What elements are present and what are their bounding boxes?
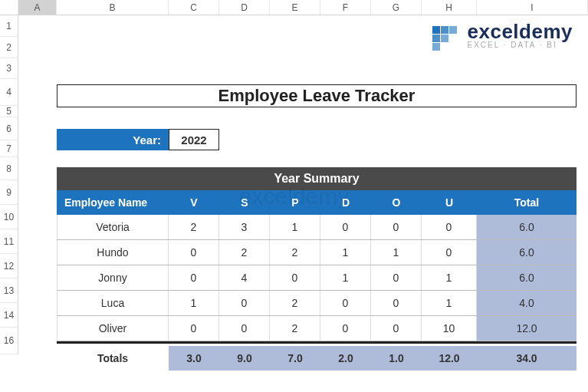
col-F[interactable]: F (320, 0, 371, 15)
col-A[interactable]: A (18, 0, 57, 15)
row-9[interactable]: 9 (0, 180, 18, 205)
p-cell[interactable]: 0 (270, 265, 320, 290)
o-cell[interactable]: 0 (371, 265, 422, 290)
row-12[interactable]: 12 (0, 254, 18, 278)
d-cell[interactable]: 0 (320, 316, 371, 341)
s-cell[interactable]: 4 (219, 265, 270, 290)
d-cell[interactable]: 0 (320, 215, 371, 239)
v-cell[interactable]: 0 (169, 265, 219, 290)
table-row: Oliver002001012.0 (57, 316, 577, 341)
row-headers: 123456789101112131416 (0, 15, 18, 354)
header-v: V (169, 190, 219, 215)
col-C[interactable]: C (169, 0, 219, 15)
row-6[interactable]: 6 (0, 117, 18, 140)
p-cell[interactable]: 2 (270, 291, 320, 315)
total-cell[interactable]: 6.0 (477, 215, 577, 239)
totals-v[interactable]: 3.0 (169, 346, 219, 371)
year-summary-table: Year Summary Employee Name V S P D O U T… (57, 167, 577, 371)
row-3[interactable]: 3 (0, 58, 18, 79)
logo-subtitle: EXCEL · DATA · BI (468, 41, 573, 49)
v-cell[interactable]: 0 (169, 240, 219, 265)
table-row: Vetoria2310006.0 (57, 215, 577, 240)
s-cell[interactable]: 2 (219, 240, 270, 265)
col-H[interactable]: H (422, 0, 477, 15)
v-cell[interactable]: 0 (169, 316, 219, 341)
svg-rect-2 (449, 26, 457, 34)
s-cell[interactable]: 3 (219, 215, 270, 239)
select-all-cell[interactable] (0, 0, 18, 15)
p-cell[interactable]: 2 (270, 240, 320, 265)
row-5[interactable]: 5 (0, 106, 18, 117)
year-label: Year: (57, 129, 169, 150)
totals-o[interactable]: 1.0 (371, 346, 422, 371)
total-cell[interactable]: 4.0 (477, 291, 577, 315)
row-1[interactable]: 1 (0, 15, 18, 37)
col-I[interactable]: I (477, 0, 588, 15)
table-row: Jonny0401016.0 (57, 265, 577, 291)
brand-logo: exceldemy EXCEL · DATA · BI (432, 20, 573, 51)
col-E[interactable]: E (270, 0, 320, 15)
employee-name-cell[interactable]: Hundo (57, 240, 169, 265)
o-cell[interactable]: 0 (371, 316, 422, 341)
total-cell[interactable]: 6.0 (477, 265, 577, 290)
employee-name-cell[interactable]: Oliver (57, 316, 169, 341)
totals-u[interactable]: 12.0 (422, 346, 477, 371)
d-cell[interactable]: 0 (320, 291, 371, 315)
header-employee-name: Employee Name (57, 190, 169, 215)
employee-name-cell[interactable]: Luca (57, 291, 169, 315)
col-B[interactable]: B (57, 0, 169, 15)
totals-d[interactable]: 2.0 (320, 346, 371, 371)
header-u: U (422, 190, 477, 215)
logo-mark-icon (432, 20, 463, 51)
d-cell[interactable]: 1 (320, 240, 371, 265)
p-cell[interactable]: 2 (270, 316, 320, 341)
total-cell[interactable]: 12.0 (477, 316, 577, 341)
svg-rect-0 (432, 26, 440, 34)
u-cell[interactable]: 0 (422, 240, 477, 265)
row-2[interactable]: 2 (0, 37, 18, 58)
u-cell[interactable]: 1 (422, 291, 477, 315)
o-cell[interactable]: 0 (371, 291, 422, 315)
totals-total[interactable]: 34.0 (477, 346, 577, 371)
row-4[interactable]: 4 (0, 79, 18, 106)
row-11[interactable]: 11 (0, 229, 18, 254)
header-p: P (270, 190, 320, 215)
row-14[interactable]: 14 (0, 303, 18, 328)
o-cell[interactable]: 0 (371, 215, 422, 239)
total-cell[interactable]: 6.0 (477, 240, 577, 265)
s-cell[interactable]: 0 (219, 316, 270, 341)
row-13[interactable]: 13 (0, 278, 18, 303)
d-cell[interactable]: 1 (320, 265, 371, 290)
header-total: Total (477, 190, 577, 215)
employee-name-cell[interactable]: Jonny (57, 265, 169, 290)
totals-p[interactable]: 7.0 (270, 346, 320, 371)
page-title: Employee Leave Tracker (57, 84, 577, 107)
s-cell[interactable]: 0 (219, 291, 270, 315)
row-8[interactable]: 8 (0, 157, 18, 180)
logo-title: exceldemy (468, 21, 573, 41)
row-10[interactable]: 10 (0, 205, 18, 229)
table-row: Luca1020014.0 (57, 291, 577, 316)
v-cell[interactable]: 1 (169, 291, 219, 315)
svg-rect-3 (432, 35, 440, 42)
table-row: Hundo0221106.0 (57, 240, 577, 265)
o-cell[interactable]: 1 (371, 240, 422, 265)
header-o: O (371, 190, 422, 215)
u-cell[interactable]: 10 (422, 316, 477, 341)
p-cell[interactable]: 1 (270, 215, 320, 239)
year-value-cell[interactable]: 2022 (169, 129, 219, 150)
row-7[interactable]: 7 (0, 140, 18, 157)
column-headers: A B C D E F G H I (0, 0, 588, 15)
totals-s[interactable]: 9.0 (219, 346, 270, 371)
u-cell[interactable]: 0 (422, 215, 477, 239)
row-16[interactable]: 16 (0, 328, 18, 354)
u-cell[interactable]: 1 (422, 265, 477, 290)
summary-title: Year Summary (57, 167, 577, 190)
svg-rect-5 (432, 43, 440, 51)
v-cell[interactable]: 2 (169, 215, 219, 239)
col-G[interactable]: G (371, 0, 422, 15)
col-D[interactable]: D (219, 0, 270, 15)
employee-name-cell[interactable]: Vetoria (57, 215, 169, 239)
totals-label: Totals (57, 346, 169, 371)
svg-rect-4 (441, 35, 448, 42)
